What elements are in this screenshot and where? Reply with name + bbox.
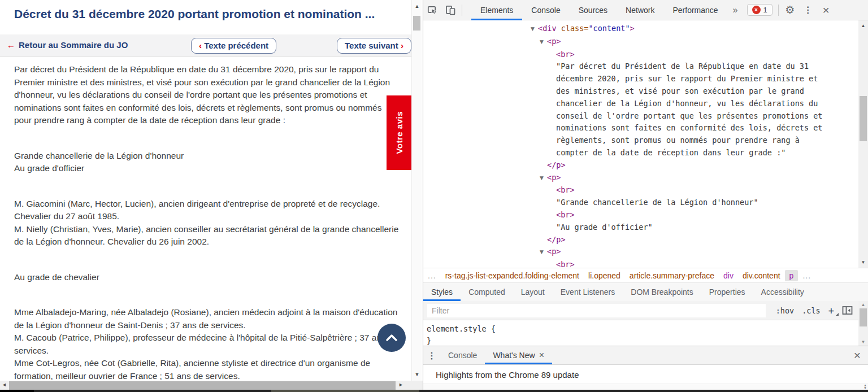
- whats-new-headline[interactable]: Highlights from the Chrome 89 update: [436, 370, 579, 380]
- sidebar-toggle-icon[interactable]: [842, 306, 853, 315]
- feedback-tab[interactable]: Votre avis: [387, 95, 411, 170]
- dom-tree-line[interactable]: conseil de l'ordre portant que les prése…: [423, 110, 858, 123]
- styles-scrollbar-thumb[interactable]: [860, 308, 867, 326]
- mini-scroll-arrows-icon[interactable]: ▲▼: [863, 384, 867, 390]
- dom-tree-line[interactable]: règlements, sont promus ou nommés pour p…: [423, 134, 858, 147]
- styles-scrollbar[interactable]: ▲ ▼: [858, 301, 868, 346]
- drawer-close-icon[interactable]: ×: [847, 346, 868, 364]
- horizontal-scrollbar-thumb[interactable]: [9, 381, 396, 390]
- chevron-right-icon: ›: [401, 41, 403, 50]
- dom-tree-line[interactable]: ▼<p>: [423, 36, 858, 49]
- back-to-summary-link[interactable]: ←Retour au Sommaire du JO: [7, 40, 128, 50]
- drawer-tab-console[interactable]: Console: [440, 346, 485, 364]
- next-text-button[interactable]: Texte suivant ›: [337, 38, 411, 54]
- scroll-down-arrow-icon[interactable]: ▼: [858, 260, 868, 265]
- scroll-down-arrow-icon[interactable]: ▼: [412, 372, 422, 377]
- breadcrumb-item[interactable]: p: [785, 270, 798, 281]
- dom-tree-line[interactable]: <br>: [423, 259, 858, 268]
- page-vertical-scrollbar[interactable]: ▲ ▼: [411, 0, 422, 381]
- more-tabs-icon[interactable]: »: [727, 5, 744, 15]
- expand-arrow-icon[interactable]: ▼: [540, 36, 547, 49]
- dom-node-segment: "Au grade d'officier": [556, 223, 653, 232]
- element-style-rule[interactable]: element.style {: [427, 323, 858, 335]
- sidebar-tab-event-listeners[interactable]: Event Listeners: [553, 283, 623, 301]
- sidebar-tab-properties[interactable]: Properties: [701, 283, 753, 301]
- dom-tree-line[interactable]: chancelier de la Légion d'honneur, vu le…: [423, 98, 858, 110]
- inspect-element-icon[interactable]: [423, 2, 441, 19]
- breadcrumb-item[interactable]: rs-tag.js-list-expanded.folding-element: [441, 270, 584, 281]
- dom-tree-line[interactable]: des ministres, et visé pour son exécutio…: [423, 85, 858, 98]
- devtools-tab-network[interactable]: Network: [617, 0, 663, 20]
- toolbar-separator: [778, 5, 779, 16]
- sidebar-tab-dom-breakpoints[interactable]: DOM Breakpoints: [623, 283, 701, 301]
- taskbar-edge: [0, 390, 868, 392]
- drawer-scrollbar[interactable]: ▲▼: [423, 384, 868, 390]
- dom-tree-line[interactable]: décembre 2020, pris sur le rapport du Pr…: [423, 73, 858, 85]
- new-style-rule-button[interactable]: +: [824, 303, 840, 318]
- device-toolbar-icon[interactable]: [441, 2, 459, 19]
- scroll-to-top-button[interactable]: [377, 324, 406, 352]
- sidebar-tab-computed[interactable]: Computed: [461, 283, 513, 301]
- devtools-tab-performance[interactable]: Performance: [663, 0, 727, 20]
- dom-tree-line[interactable]: ▼<p>: [423, 246, 858, 259]
- dom-tree-line[interactable]: "Par décret du Président de la Républiqu…: [423, 60, 858, 73]
- scroll-left-arrow-icon[interactable]: ◄: [2, 382, 7, 387]
- elements-scrollbar[interactable]: ▲ ▼: [858, 20, 868, 268]
- previous-text-button[interactable]: ‹ Texte précédent: [191, 38, 276, 54]
- scroll-up-arrow-icon[interactable]: ▲: [412, 3, 422, 9]
- article-nav-bar: ←Retour au Sommaire du JO ‹ Texte précéd…: [0, 34, 411, 57]
- devtools-tab-elements[interactable]: Elements: [471, 0, 522, 20]
- toggle-cls[interactable]: .cls: [798, 304, 824, 317]
- expand-arrow-icon[interactable]: ▼: [540, 172, 547, 185]
- drawer-menu-dots-icon[interactable]: ⋮: [423, 346, 440, 364]
- elements-scrollbar-thumb[interactable]: [860, 96, 867, 141]
- dom-tree-line[interactable]: <br>: [423, 184, 858, 197]
- dom-node-segment: <p>: [547, 173, 561, 182]
- devtools-tab-sources[interactable]: Sources: [570, 0, 617, 20]
- breadcrumb-item[interactable]: article.summary-preface: [625, 270, 719, 281]
- sidebar-tab-accessibility[interactable]: Accessibility: [753, 283, 812, 301]
- toggle-hov[interactable]: :hov: [772, 304, 798, 317]
- breadcrumb-bar: ...rs-tag.js-list-expanded.folding-eleme…: [423, 268, 868, 282]
- dom-tree-line[interactable]: "Grande chancellerie de la Légion d'honn…: [423, 197, 858, 209]
- close-tab-icon[interactable]: ×: [539, 350, 544, 360]
- dom-node-segment: des ministres, et visé pour son exécutio…: [556, 86, 804, 95]
- devtools-tab-console[interactable]: Console: [522, 0, 569, 20]
- dom-tree-line[interactable]: <br>: [423, 209, 858, 221]
- vertical-scrollbar-thumb[interactable]: [413, 16, 420, 31]
- devtools-close-icon[interactable]: ×: [817, 2, 835, 19]
- scroll-right-arrow-icon[interactable]: ►: [398, 382, 403, 387]
- dom-tree-line[interactable]: </p>: [423, 159, 858, 172]
- sidebar-tab-styles[interactable]: Styles: [423, 283, 461, 301]
- styles-pane[interactable]: element.style { }: [423, 321, 858, 346]
- scroll-up-arrow-icon[interactable]: ▲: [858, 23, 868, 28]
- expand-arrow-icon[interactable]: ▼: [540, 246, 547, 259]
- breadcrumb-item[interactable]: ...: [798, 270, 815, 281]
- breadcrumb-item[interactable]: div.content: [738, 270, 785, 281]
- sidebar-tab-layout[interactable]: Layout: [513, 283, 553, 301]
- breadcrumb-item[interactable]: li.opened: [584, 270, 625, 281]
- settings-gear-icon[interactable]: ⚙: [781, 2, 799, 19]
- drawer-tab-strip: ConsoleWhat's New×: [440, 346, 552, 364]
- dom-node-segment: </p>: [547, 160, 566, 169]
- dom-tree-line[interactable]: <br>: [423, 49, 858, 61]
- dom-node-segment: <br>: [556, 50, 575, 59]
- expand-arrow-icon[interactable]: ▼: [531, 23, 538, 36]
- styles-filter-input[interactable]: [427, 303, 766, 318]
- dom-tree-line[interactable]: compter de la date de réception dans leu…: [423, 147, 858, 159]
- scroll-down-arrow-icon[interactable]: ▼: [858, 339, 868, 345]
- dom-tree-line[interactable]: ▼<div class="content">: [423, 23, 858, 36]
- breadcrumb-item[interactable]: div: [719, 270, 738, 281]
- dom-tree-line[interactable]: nominations sont faites en conformité de…: [423, 122, 858, 134]
- paragraph: M. Giacomini (Marc, Hector, Lucien), anc…: [14, 198, 400, 249]
- breadcrumb-item[interactable]: ...: [423, 270, 441, 281]
- drawer-tab-what-s-new[interactable]: What's New×: [485, 346, 552, 364]
- error-count-badge[interactable]: × 1: [747, 4, 772, 16]
- scroll-up-arrow-icon[interactable]: ▲: [858, 302, 868, 307]
- devtools-menu-dots-icon[interactable]: ⋮: [799, 2, 817, 19]
- page-horizontal-scrollbar[interactable]: ◄ ►: [0, 381, 423, 390]
- dom-tree-line[interactable]: "Au grade d'officier": [423, 221, 858, 234]
- dom-node-segment: décembre 2020, pris sur le rapport du Pr…: [556, 74, 818, 83]
- dom-tree-line[interactable]: </p>: [423, 234, 858, 246]
- dom-tree-line[interactable]: ▼<p>: [423, 172, 858, 185]
